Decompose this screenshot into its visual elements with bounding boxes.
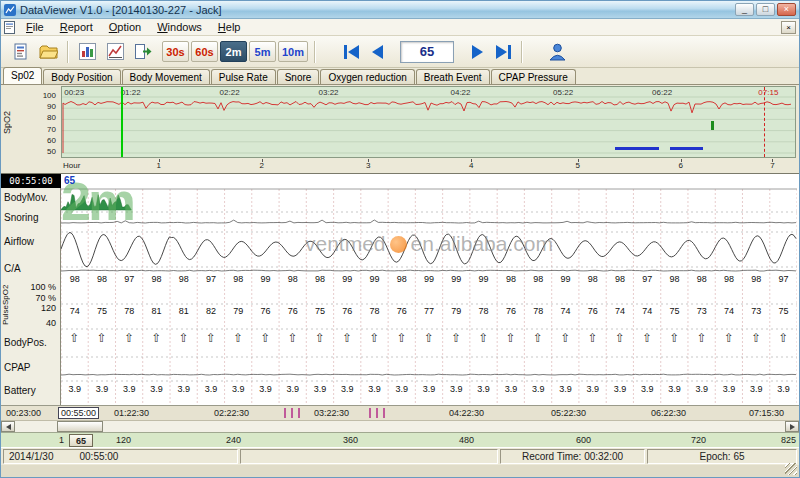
bodypos-arrow: ⇧: [252, 331, 279, 345]
battery-value: 3.9: [497, 384, 524, 394]
skip-bar-icon: [344, 45, 347, 59]
next-epoch-button[interactable]: [464, 41, 490, 63]
menu-option[interactable]: Option: [101, 20, 149, 35]
battery-value: 3.9: [279, 384, 306, 394]
pulse-values-row: 7475788181827976767576787677797876787476…: [61, 306, 797, 316]
scrollbar-thumb[interactable]: [57, 421, 103, 432]
battery-value: 3.9: [525, 384, 552, 394]
time-ruler-label: 06:22:30: [651, 408, 686, 418]
tab-bar: Sp02Body PositionBody MovementPulse Rate…: [1, 68, 799, 85]
spo2-value: 98: [388, 274, 415, 284]
resize-grip[interactable]: [785, 463, 797, 475]
open-file-button[interactable]: [34, 39, 62, 65]
tab-body-position[interactable]: Body Position: [43, 69, 120, 84]
overview-ytick: 90: [47, 102, 56, 111]
bodypos-arrow: ⇧: [361, 331, 388, 345]
pulse-value: 74: [634, 306, 661, 316]
battery-value: 3.9: [715, 384, 742, 394]
time-scale-5m[interactable]: 5m: [249, 41, 276, 62]
pulse-value: 75: [88, 306, 115, 316]
close-button[interactable]: ×: [777, 3, 796, 16]
mdi-close-button[interactable]: ×: [781, 21, 796, 34]
bodypos-arrow: ⇧: [61, 331, 88, 345]
channel-label-pulsespo2: PulseSpO2: [1, 276, 12, 334]
pulse-value: 74: [552, 306, 579, 316]
time-scale-60s[interactable]: 60s: [191, 41, 218, 62]
channel-label-airflow: Airflow: [4, 236, 34, 247]
status-date: 2014/1/30: [9, 451, 54, 462]
spo2-value: 98: [225, 274, 252, 284]
pulse-value: 76: [388, 306, 415, 316]
overview-position-cursor[interactable]: [121, 87, 123, 157]
hour-tick: 2: [259, 161, 263, 170]
time-ruler: 00:23:0000:55:0001:22:3002:22:3003:22:30…: [1, 405, 799, 420]
epoch-number-tag: 65: [64, 175, 75, 186]
open-folder-icon: [39, 44, 58, 60]
scroll-right-button[interactable]: [785, 421, 799, 432]
tab-breath-event[interactable]: Breath Event: [416, 69, 490, 84]
battery-value: 3.9: [197, 384, 224, 394]
pulse-value: 74: [61, 306, 88, 316]
previous-epoch-button[interactable]: [364, 41, 390, 63]
status-epoch: Epoch: 65: [647, 449, 797, 464]
epoch-ruler-label[interactable]: 65: [69, 434, 93, 447]
event-marker-tick: [291, 408, 293, 418]
pulse-value: 73: [688, 306, 715, 316]
time-scale-30s[interactable]: 30s: [162, 41, 189, 62]
tab-pulse-rate[interactable]: Pulse Rate: [211, 69, 276, 84]
epoch-ruler-label: 720: [691, 435, 706, 445]
event-marker-tick: [369, 408, 371, 418]
epoch-input[interactable]: [400, 41, 454, 63]
time-scale-2m[interactable]: 2m: [220, 41, 247, 62]
status-spacer: [240, 449, 498, 464]
tab-sp02[interactable]: Sp02: [3, 67, 42, 84]
pulse-value: 76: [334, 306, 361, 316]
right-triangle-icon: [472, 45, 483, 59]
pulse-value: 79: [443, 306, 470, 316]
timeline-scrollbar[interactable]: [1, 420, 799, 432]
spo2-value: 98: [688, 274, 715, 284]
tab-snore[interactable]: Snore: [277, 69, 320, 84]
report-icon: [12, 43, 29, 60]
maximize-button[interactable]: □: [756, 3, 775, 16]
tab-oxygen-reduction[interactable]: Oxygen reduction: [320, 69, 414, 84]
battery-value: 3.9: [634, 384, 661, 394]
status-record-time: Record Time: 00:32:00: [500, 449, 645, 464]
menu-help[interactable]: Help: [210, 20, 249, 35]
overview-ylabel: SpO2: [2, 91, 15, 153]
time-scale-10m[interactable]: 10m: [278, 41, 308, 62]
pulse-value: 75: [306, 306, 333, 316]
export-button[interactable]: [129, 39, 157, 65]
left-triangle-icon: [6, 424, 11, 430]
menu-file[interactable]: File: [18, 20, 52, 35]
bodypos-arrow: ⇧: [143, 331, 170, 345]
spo2-value: 99: [443, 274, 470, 284]
tab-cpap-pressure[interactable]: CPAP Pressure: [491, 69, 576, 84]
last-epoch-button[interactable]: [490, 41, 516, 63]
menu-report[interactable]: Report: [52, 20, 101, 35]
spo2-value: 99: [361, 274, 388, 284]
child-document-icon: [4, 21, 15, 34]
bodypos-arrow: ⇧: [552, 331, 579, 345]
pulse-axis-label: 100 %: [30, 282, 56, 292]
pulse-value: 75: [770, 306, 797, 316]
patient-info-button[interactable]: [543, 39, 571, 65]
trend-button[interactable]: [101, 39, 129, 65]
minimize-button[interactable]: _: [735, 3, 754, 16]
scroll-left-button[interactable]: [1, 421, 15, 432]
bodypos-arrow: ⇧: [743, 331, 770, 345]
overview-plot[interactable]: 00:2301:2202:2203:2204:2205:2206:2207:15: [61, 86, 796, 158]
pulse-value: 81: [170, 306, 197, 316]
overview-time-label: 01:22: [121, 88, 141, 97]
battery-value: 3.9: [334, 384, 361, 394]
menu-windows[interactable]: Windows: [149, 20, 210, 35]
tab-body-movement[interactable]: Body Movement: [122, 69, 210, 84]
statistics-button[interactable]: [73, 39, 101, 65]
report-button[interactable]: [6, 39, 34, 65]
title-bar[interactable]: DataViewer V1.0 - [20140130-227 - Jack] …: [1, 1, 799, 19]
main-plot[interactable]: 65 2m ventmed en.alibaba.com 98989798989…: [61, 174, 797, 406]
alibaba-logo-icon: [390, 236, 407, 253]
first-epoch-button[interactable]: [338, 41, 364, 63]
epoch-ruler-label: 120: [116, 435, 131, 445]
overview-ytick: 60: [47, 136, 56, 145]
